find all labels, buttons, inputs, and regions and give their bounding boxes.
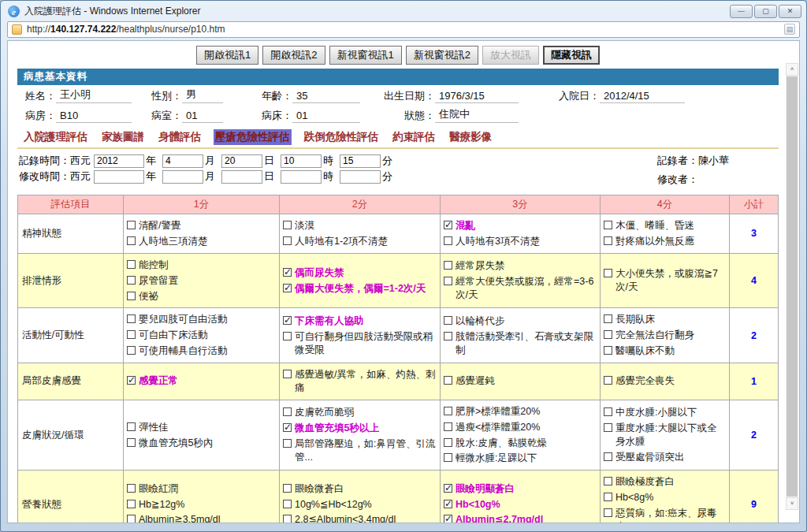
checkbox-option[interactable]: 眼瞼紅潤 [127,482,276,496]
checkbox-icon[interactable] [444,316,452,325]
checkbox-option[interactable]: 2.8≦Albumin<3.4mg/dl [283,513,437,523]
checkbox-option[interactable]: 對疼痛以外無反應 [604,235,726,248]
checkbox-option[interactable]: Albumin≦2.7mg/dl [444,513,597,523]
scroll-up-icon[interactable]: ˄ [786,63,798,76]
checkbox-icon[interactable] [444,422,452,431]
video-button[interactable]: 開啟視訊2 [262,46,325,65]
time-input[interactable] [281,170,322,184]
tab-約束評估[interactable]: 約束評估 [391,129,437,145]
tab-入院護理評估[interactable]: 入院護理評估 [22,129,89,145]
checkbox-icon[interactable] [127,314,136,323]
maximize-button[interactable]: ▢ [754,5,777,18]
checkbox-option[interactable]: 中度水腫:小腿以下 [604,406,726,419]
checkbox-icon[interactable] [127,236,136,245]
checkbox-option[interactable]: 能控制 [127,259,276,272]
checkbox-option[interactable]: Hb<8g% [604,491,726,504]
checkbox-option[interactable]: 肢體活動受牽引、石膏或支架限制 [444,330,597,357]
checkbox-icon[interactable] [127,484,136,493]
checkbox-option[interactable]: 感覺完全喪失 [604,374,726,388]
checkbox-icon[interactable] [604,330,612,339]
checkbox-icon[interactable] [444,438,452,447]
checkbox-icon[interactable] [444,453,452,462]
time-input[interactable] [340,154,381,168]
checkbox-icon[interactable] [604,376,612,385]
checkbox-option[interactable]: 脫水:皮膚、黏膜乾燥 [444,437,597,450]
checkbox-icon[interactable] [444,261,452,270]
time-input[interactable] [94,170,144,184]
checkbox-option[interactable]: 木僵、嗜睡、昏迷 [604,219,726,233]
checkbox-option[interactable]: 感覺遲鈍 [444,374,597,388]
checkbox-icon[interactable] [283,484,292,493]
checkbox-option[interactable]: 偶爾大便失禁，偶爾=1-2次/天 [283,282,437,296]
checkbox-icon[interactable] [444,236,452,245]
time-input[interactable] [221,154,262,168]
checkbox-option[interactable]: 惡質病，如:癌末、尿毒症 [604,507,726,523]
checkbox-option[interactable]: 微血管充填5秒內 [127,437,276,450]
checkbox-option[interactable]: 混亂 [444,219,597,233]
checkbox-icon[interactable] [127,221,136,229]
checkbox-option[interactable]: 皮膚乾而脆弱 [283,406,437,419]
url-text[interactable]: http://140.127.74.222/healthplus/nurse/p… [27,24,225,35]
checkbox-option[interactable]: 尿管留置 [127,274,276,288]
checkbox-option[interactable]: 微血管充填5秒以上 [283,422,437,435]
checkbox-option[interactable]: Hb<10g% [444,498,597,512]
checkbox-icon[interactable] [283,268,292,277]
checkbox-option[interactable]: 長期臥床 [604,313,726,326]
tab-跌倒危險性評估[interactable]: 跌倒危險性評估 [303,129,381,145]
scrollbar-track[interactable]: ˄ ˅ [786,63,798,510]
checkbox-option[interactable]: 受壓處骨頭突出 [604,451,726,464]
vertical-scrollbar[interactable]: ˄ ˅ [785,41,799,523]
checkbox-option[interactable]: 重度水腫:大腿以下或全身水腫 [604,422,726,448]
video-button[interactable]: 放大視訊 [482,46,539,65]
checkbox-option[interactable]: 清醒/警覺 [127,219,276,233]
scroll-down-icon[interactable]: ˅ [786,497,798,510]
checkbox-option[interactable]: 嬰兒四肢可自由活動 [127,313,276,326]
tab-壓瘡危險性評估[interactable]: 壓瘡危險性評估 [214,129,292,145]
checkbox-icon[interactable] [444,221,452,229]
checkbox-icon[interactable] [604,236,612,245]
time-input[interactable] [221,170,262,184]
checkbox-icon[interactable] [604,477,612,485]
checkbox-icon[interactable] [283,515,292,523]
checkbox-icon[interactable] [283,332,292,340]
checkbox-icon[interactable] [444,277,452,285]
checkbox-option[interactable]: 醫囑臥床不動 [604,344,726,358]
video-button[interactable]: 開啟視訊1 [196,46,258,65]
checkbox-icon[interactable] [604,269,612,277]
checkbox-icon[interactable] [127,292,136,300]
checkbox-option[interactable]: 感覺過敏/異常，如麻、灼熱、刺痛 [283,368,437,395]
checkbox-icon[interactable] [604,452,612,461]
checkbox-icon[interactable] [444,484,452,493]
checkbox-option[interactable]: Hb≧12g% [127,498,276,512]
checkbox-icon[interactable] [127,438,136,447]
time-input[interactable] [94,154,144,168]
checkbox-option[interactable]: 人時地三項清楚 [127,235,276,248]
checkbox-option[interactable]: 10g%≦Hb<12g% [283,498,437,512]
checkbox-option[interactable]: 完全無法自行翻身 [604,329,726,342]
scrollbar-thumb[interactable] [787,76,798,497]
time-input[interactable] [281,154,322,168]
checkbox-icon[interactable] [604,314,612,323]
checkbox-icon[interactable] [127,376,136,385]
checkbox-option[interactable]: 便祕 [127,290,276,303]
video-button[interactable]: 隱藏視訊 [543,46,600,65]
video-button[interactable]: 新視窗視訊2 [406,46,478,65]
tab-醫療影像[interactable]: 醫療影像 [448,129,493,145]
checkbox-icon[interactable] [444,332,452,340]
time-input[interactable] [162,170,203,184]
address-bar[interactable]: http://140.127.74.222/healthplus/nurse/p… [7,21,800,38]
checkbox-option[interactable]: 經常大便失禁或腹瀉，經常=3-6次/天 [444,275,597,302]
checkbox-option[interactable]: 人時地有3項不清楚 [444,235,597,248]
checkbox-option[interactable]: 經常尿失禁 [444,259,597,273]
checkbox-option[interactable]: 輕微水腫:足踝以下 [444,452,597,465]
checkbox-icon[interactable] [283,407,292,416]
checkbox-option[interactable]: 人時地有1-2項不清楚 [283,235,437,248]
checkbox-icon[interactable] [604,407,612,416]
checkbox-icon[interactable] [444,407,452,415]
checkbox-option[interactable]: 淡漠 [283,219,437,233]
checkbox-option[interactable]: 可使用輔具自行活動 [127,344,276,358]
checkbox-option[interactable]: 眼瞼微蒼白 [283,482,437,496]
checkbox-icon[interactable] [127,346,136,355]
checkbox-option[interactable]: 大小便失禁，或腹瀉≧7次/天 [604,267,726,294]
checkbox-icon[interactable] [444,500,452,508]
